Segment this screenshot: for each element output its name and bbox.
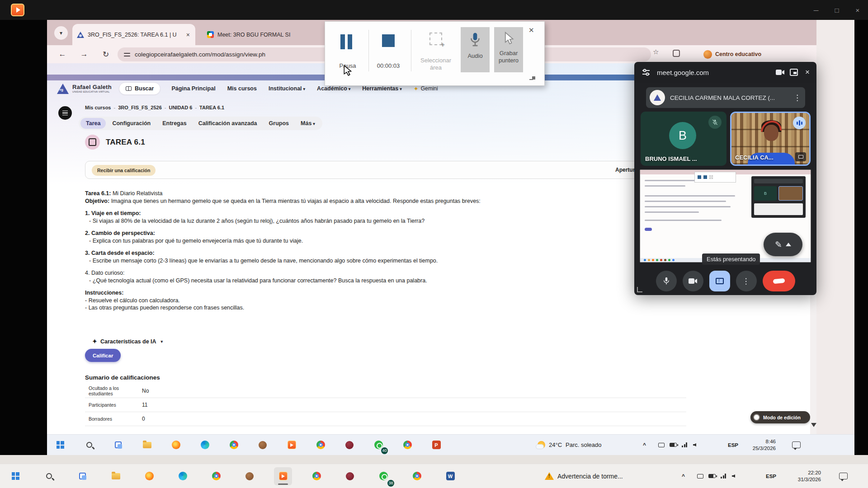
taskbar-app-icon[interactable]: [342, 437, 357, 453]
language-indicator[interactable]: ESP: [766, 474, 776, 479]
tab-grupos[interactable]: Grupos: [264, 118, 294, 129]
more-options-button[interactable]: ⋮: [736, 271, 757, 291]
browser-tab-active[interactable]: 3RO_FIS_FS_2526: TAREA 6.1 | U ×: [72, 24, 195, 45]
taskbar-app-icon[interactable]: [107, 467, 125, 485]
forward-button[interactable]: →: [75, 45, 93, 63]
taskbar-app-icon[interactable]: [408, 467, 426, 485]
tray-overflow-chevron[interactable]: ^: [643, 442, 646, 448]
search-button[interactable]: Buscar: [119, 82, 160, 95]
taskbar-task-view[interactable]: [73, 467, 91, 485]
present-button[interactable]: [709, 271, 730, 291]
tab-tarea[interactable]: Tarea: [80, 118, 106, 129]
pip-settings-icon[interactable]: [642, 68, 651, 76]
participant-tile-bruno[interactable]: B BRUNO ISMAEL ...: [641, 112, 726, 166]
tab-search-chevron-button[interactable]: ▾: [54, 26, 68, 40]
taskbar-app-icon[interactable]: [313, 437, 328, 453]
pin-icon[interactable]: [529, 76, 536, 82]
resize-grip[interactable]: [637, 287, 642, 292]
profile-chip[interactable]: Centro educativo: [703, 47, 761, 61]
recorder-close-button[interactable]: ✕: [528, 26, 534, 34]
taskbar-app-icon[interactable]: [139, 437, 155, 453]
taskbar-app-icon[interactable]: [174, 467, 192, 485]
tab-mas[interactable]: Más▾: [295, 118, 321, 129]
taskbar-app-icon[interactable]: [284, 437, 299, 453]
bookmark-star-icon[interactable]: ☆: [653, 48, 659, 56]
taskbar-start-button[interactable]: [6, 467, 24, 485]
taskbar-app-icon[interactable]: [168, 437, 184, 453]
alert-widget[interactable]: Advertencia de torme...: [545, 472, 623, 480]
site-settings-icon[interactable]: [124, 52, 130, 57]
taskbar-search-button[interactable]: [40, 467, 58, 485]
player-close-button[interactable]: ×: [847, 0, 868, 20]
clock[interactable]: 22:2031/3/2026: [785, 469, 821, 483]
nav-item-herramientas[interactable]: Herramientas▾: [362, 85, 401, 92]
tab-entregas[interactable]: Entregas: [157, 118, 192, 129]
reload-button[interactable]: ↻: [97, 45, 115, 63]
taskbar-app-icon[interactable]: [255, 437, 270, 453]
meet-close-icon[interactable]: ×: [802, 67, 813, 78]
taskbar-app-icon[interactable]: W: [441, 467, 459, 485]
camera-icon[interactable]: [775, 67, 786, 78]
audio-button[interactable]: Audio: [461, 27, 490, 72]
system-tray[interactable]: [658, 442, 696, 447]
taskbar-start-button[interactable]: [52, 437, 68, 453]
breadcrumb-item[interactable]: Mis cursos: [85, 105, 115, 110]
taskbar-app-icon[interactable]: P: [429, 437, 444, 453]
tab-close-icon[interactable]: ×: [185, 31, 191, 38]
taskbar-whatsapp-icon[interactable]: 40: [371, 437, 386, 453]
breadcrumb-item[interactable]: TAREA 6.1: [199, 105, 224, 110]
site-logo[interactable]: Rafael Galeth UNIDAD EDUCATIVA VIRTUAL: [57, 84, 112, 94]
player-minimize-button[interactable]: ─: [806, 0, 826, 20]
end-call-button[interactable]: [763, 271, 795, 291]
breadcrumb-item[interactable]: 3RO_FIS_FS_2526: [118, 105, 166, 110]
player-maximize-button[interactable]: □: [826, 0, 847, 20]
nav-item-academico[interactable]: Académico▾: [317, 85, 350, 92]
taskbar-app-icon[interactable]: [400, 437, 415, 453]
taskbar-app-icon[interactable]: [226, 437, 241, 453]
breadcrumb-item[interactable]: UNIDAD 6: [169, 105, 197, 110]
expand-pip-icon[interactable]: [788, 67, 799, 78]
participant-header[interactable]: CECILIA CARMEN MALA CORTEZ (... ⋮: [646, 87, 805, 108]
notifications-icon[interactable]: [792, 441, 801, 448]
tab-configuracion[interactable]: Configuración: [107, 118, 156, 129]
calificar-button[interactable]: Calificar: [85, 349, 121, 362]
camera-button[interactable]: [683, 271, 703, 291]
taskbar-app-icon[interactable]: [341, 467, 359, 485]
participant-tile-cecilia[interactable]: CECILIA CA...: [730, 112, 811, 166]
scroll-down-icon[interactable]: [811, 423, 816, 427]
more-options-icon[interactable]: ⋮: [793, 93, 802, 103]
taskbar-task-view[interactable]: [110, 437, 126, 453]
nav-item-mis-cursos[interactable]: Mis cursos: [227, 85, 257, 92]
extensions-icon[interactable]: [673, 50, 680, 57]
taskbar-app-icon[interactable]: [241, 467, 259, 485]
system-tray[interactable]: [697, 474, 735, 479]
tab-calificacion-avanzada[interactable]: Calificación avanzada: [193, 118, 263, 129]
taskbar-app-icon[interactable]: [197, 437, 212, 453]
nav-item-gemini[interactable]: ✦Gemini: [414, 85, 438, 92]
language-indicator[interactable]: ESP: [728, 442, 738, 448]
mic-button[interactable]: [656, 271, 677, 291]
edit-mode-toggle[interactable]: Modo de edición: [750, 411, 810, 423]
clock[interactable]: 8:4625/3/2026: [743, 438, 776, 452]
notifications-icon[interactable]: [839, 473, 848, 479]
browser-tab-meet[interactable]: Meet: 3RO BGU FORMAL SI: [202, 24, 337, 45]
back-button[interactable]: ←: [53, 45, 71, 63]
taskbar-app-icon[interactable]: [207, 467, 225, 485]
taskbar-app-icon[interactable]: [140, 467, 158, 485]
annotation-button[interactable]: ✎: [764, 233, 802, 256]
tile-pip-icon[interactable]: [795, 152, 806, 161]
taskbar-whatsapp-icon[interactable]: 38: [374, 467, 392, 485]
weather-widget[interactable]: 24°C Parc. soleado: [538, 441, 602, 449]
summary-heading: Sumario de calificaciones: [85, 374, 160, 381]
meet-titlebar[interactable]: meet.google.com ×: [634, 62, 816, 83]
taskbar-search-button[interactable]: [81, 437, 97, 453]
record-pointer-button[interactable]: Grabarpuntero: [494, 27, 523, 72]
ai-features-toggle[interactable]: ✦ Características de IA ▾: [92, 338, 163, 345]
nav-item-institucional[interactable]: Institucional▾: [269, 85, 305, 92]
taskbar-app-icon[interactable]: [307, 467, 326, 485]
course-index-toggle[interactable]: [58, 106, 72, 120]
tray-overflow-chevron[interactable]: ^: [682, 473, 685, 479]
taskbar-media-player-active[interactable]: [274, 467, 292, 485]
nav-item-pagina-principal[interactable]: Página Principal: [171, 85, 215, 92]
microphone-icon: [469, 32, 481, 48]
